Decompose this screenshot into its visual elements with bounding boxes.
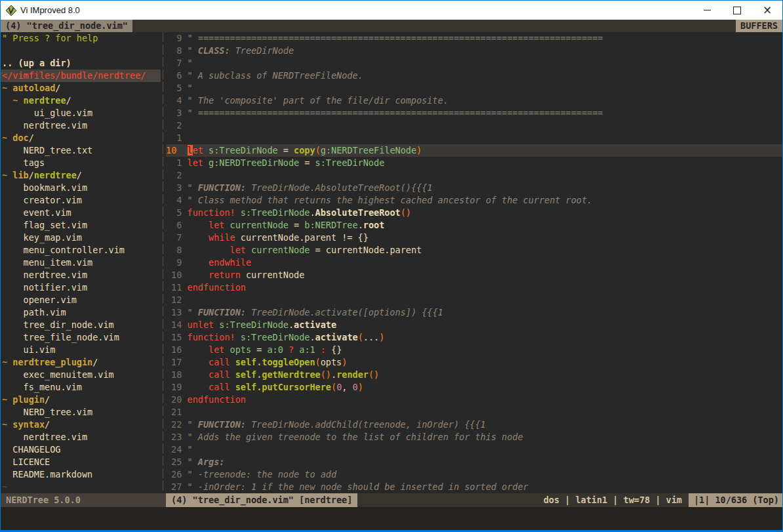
- code-line[interactable]: 10let s:TreeDirNode = copy(g:NERDTreeFil…: [166, 144, 782, 157]
- tree-item[interactable]: flag_set.vim: [1, 219, 161, 232]
- code-line[interactable]: 6 let currentNode = b:NERDTree.root: [166, 219, 782, 232]
- code-line-content: let currentNode = b:NERDTree.root: [188, 219, 783, 232]
- code-line[interactable]: 6" A subclass of NERDTreeFileNode.: [166, 70, 782, 82]
- code-line[interactable]: 10 return currentNode: [166, 269, 782, 281]
- syntax-segment: /: [77, 170, 82, 180]
- maximize-button[interactable]: [722, 1, 752, 20]
- code-line[interactable]: 1let g:NERDTreeDirNode = s:TreeDirNode: [166, 157, 782, 169]
- tree-item[interactable]: tags: [1, 157, 161, 169]
- code-line[interactable]: 3" =====================================…: [166, 107, 782, 119]
- syntax-segment: TreeDirNode.activate([options]) {{{1: [246, 307, 443, 317]
- minimize-icon: [704, 10, 711, 10]
- tree-item[interactable]: tree_file_node.vim: [1, 331, 161, 344]
- tree-item[interactable]: fs_menu.vim: [1, 381, 161, 394]
- syntax-segment: ~: [2, 394, 12, 405]
- tree-item[interactable]: ~ nerdtree/: [1, 94, 161, 107]
- code-line[interactable]: 3" FUNCTION: TreeDirNode.AbsoluteTreeRoo…: [166, 182, 782, 194]
- line-number: 19: [166, 381, 188, 394]
- syntax-segment: key_map.vim: [2, 232, 82, 243]
- code-line-content: " CLASS: TreeDirNode: [188, 45, 783, 57]
- code-line[interactable]: 4" Class method that returns the highest…: [166, 194, 782, 207]
- syntax-segment: ": [188, 444, 193, 455]
- tab-current-buffer[interactable]: (4) "tree_dir_node.vim": [1, 20, 132, 32]
- code-line[interactable]: 21: [166, 406, 782, 419]
- code-line[interactable]: 5function! s:TreeDirNode.AbsoluteTreeRoo…: [166, 207, 782, 219]
- tree-item[interactable]: ui.vim: [1, 344, 161, 356]
- tree-item[interactable]: ~ lib/nerdtree/: [1, 169, 161, 182]
- tree-item[interactable]: opener.vim: [1, 294, 161, 306]
- tree-item[interactable]: ~ autoload/: [1, 82, 161, 94]
- syntax-segment: ~: [2, 419, 12, 430]
- close-button[interactable]: ×: [752, 1, 782, 20]
- tree-item[interactable]: bookmark.vim: [1, 182, 161, 194]
- code-line[interactable]: 5": [166, 82, 782, 94]
- code-line[interactable]: 23" Adds the given treenode to the list …: [166, 431, 782, 443]
- code-line[interactable]: 12: [166, 294, 782, 306]
- tree-item[interactable]: LICENCE: [1, 456, 161, 468]
- code-line[interactable]: 18 call self.getNerdtree().render(): [166, 369, 782, 381]
- code-line[interactable]: 15function! s:TreeDirNode.activate(...): [166, 331, 782, 344]
- code-line[interactable]: 8" CLASS: TreeDirNode: [166, 45, 782, 57]
- syntax-segment: ui.vim: [2, 344, 55, 355]
- syntax-segment: [188, 232, 209, 243]
- code-line-content: " ======================================…: [188, 32, 783, 45]
- tree-item[interactable]: event.vim: [1, 207, 161, 219]
- code-line[interactable]: 8 let currentNode = currentNode.parent: [166, 244, 782, 256]
- tree-item[interactable]: menu_controller.vim: [1, 244, 161, 256]
- tree-item[interactable]: README.markdown: [1, 468, 161, 481]
- code-line[interactable]: 22" FUNCTION: TreeDirNode.addChild(treen…: [166, 419, 782, 431]
- tree-item[interactable]: .. (up a dir): [1, 57, 161, 70]
- code-line[interactable]: 9 endwhile: [166, 256, 782, 269]
- code-line[interactable]: 24": [166, 443, 782, 456]
- code-line[interactable]: 2: [166, 169, 782, 182]
- code-line[interactable]: 25" Args:: [166, 456, 782, 468]
- code-line[interactable]: 19 call self.putCursorHere(0, 0): [166, 381, 782, 394]
- code-line[interactable]: 7 while currentNode.parent != {}: [166, 232, 782, 244]
- tree-item[interactable]: ~: [1, 481, 161, 493]
- tree-item[interactable]: key_map.vim: [1, 232, 161, 244]
- code-line[interactable]: 14unlet s:TreeDirNode.activate: [166, 319, 782, 331]
- tree-item[interactable]: tree_dir_node.vim: [1, 319, 161, 331]
- tree-item[interactable]: path.vim: [1, 306, 161, 319]
- code-line[interactable]: 9" =====================================…: [166, 32, 782, 45]
- window-separator[interactable]: [161, 32, 166, 493]
- tree-item[interactable]: nerdtree.vim: [1, 431, 161, 443]
- tree-item[interactable]: nerdtree.vim: [1, 119, 161, 132]
- code-line[interactable]: 13" FUNCTION: TreeDirNode.activate([opti…: [166, 306, 782, 319]
- syntax-segment: endwhile: [209, 257, 251, 268]
- tree-item[interactable]: nerdtree.vim: [1, 269, 161, 281]
- code-line[interactable]: 4" The 'composite' part of the file/dir …: [166, 94, 782, 107]
- code-line[interactable]: 1: [166, 132, 782, 144]
- tree-item[interactable]: CHANGELOG: [1, 443, 161, 456]
- tree-root-item[interactable]: </vimfiles/bundle/nerdtree/: [1, 70, 161, 82]
- code-line[interactable]: 20endfunction: [166, 394, 782, 406]
- tree-item[interactable]: ui_glue.vim: [1, 107, 161, 119]
- syntax-segment: .: [358, 220, 363, 230]
- code-line[interactable]: 27" -inOrder: 1 if the new node should b…: [166, 481, 782, 493]
- tree-item[interactable]: NERD_tree.txt: [1, 144, 161, 157]
- tree-item[interactable]: creator.vim: [1, 194, 161, 207]
- tree-item[interactable]: exec_menuitem.vim: [1, 369, 161, 381]
- tree-item[interactable]: notifier.vim: [1, 281, 161, 294]
- tree-item[interactable]: ~ plugin/: [1, 394, 161, 406]
- code-line[interactable]: 11endfunction: [166, 281, 782, 294]
- syntax-segment: g:NERDTreeDirNode: [209, 157, 299, 168]
- tree-item[interactable]: menu_item.vim: [1, 256, 161, 269]
- line-number: 6: [166, 219, 188, 232]
- code-line[interactable]: 17 call self.toggleOpen(opts): [166, 356, 782, 369]
- tree-item[interactable]: [1, 45, 161, 57]
- tree-item[interactable]: " Press ? for help: [1, 32, 161, 45]
- tree-item[interactable]: NERD_tree.vim: [1, 406, 161, 419]
- tree-item[interactable]: ~ nerdtree_plugin/: [1, 356, 161, 369]
- code-line[interactable]: 26" -treenode: the node to add: [166, 468, 782, 481]
- code-line[interactable]: 2: [166, 119, 782, 132]
- syntax-segment: FUNCTION:: [198, 182, 246, 193]
- minimize-button[interactable]: [692, 1, 722, 20]
- syntax-segment: plugin: [12, 394, 45, 405]
- tree-item[interactable]: ~ syntax/: [1, 419, 161, 431]
- code-line[interactable]: 16 let opts = a:0 ? a:1 : {}: [166, 344, 782, 356]
- code-line[interactable]: 7": [166, 57, 782, 70]
- tree-item[interactable]: ~ doc/: [1, 132, 161, 144]
- code-line-content: " FUNCTION: TreeDirNode.activate([option…: [188, 306, 783, 319]
- command-line-area[interactable]: [1, 507, 782, 530]
